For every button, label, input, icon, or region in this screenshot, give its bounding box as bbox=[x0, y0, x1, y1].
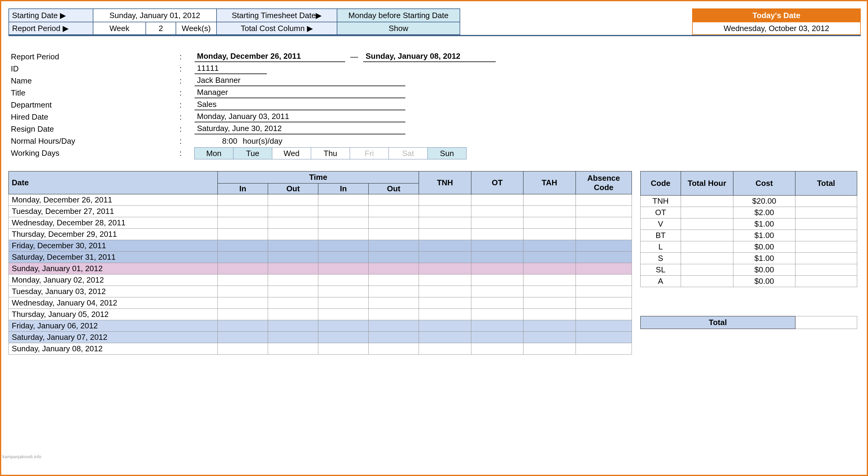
total-cost-value[interactable]: Show bbox=[337, 22, 460, 35]
cell-in1[interactable] bbox=[217, 194, 268, 206]
starting-timesheet-value[interactable]: Monday before Starting Date bbox=[337, 8, 460, 22]
cell-ot[interactable] bbox=[471, 240, 523, 251]
cell-out2[interactable] bbox=[369, 286, 419, 297]
cell-out2[interactable] bbox=[369, 263, 419, 274]
cell-absence[interactable] bbox=[576, 263, 631, 274]
cell-in2[interactable] bbox=[318, 263, 369, 274]
cell-in2[interactable] bbox=[318, 206, 369, 217]
cell-out2[interactable] bbox=[369, 229, 419, 240]
day-wed[interactable]: Wed bbox=[272, 147, 311, 159]
cell-out1[interactable] bbox=[268, 320, 318, 332]
cell-in2[interactable] bbox=[318, 297, 369, 309]
cell-tah[interactable] bbox=[523, 274, 576, 286]
cell-total[interactable] bbox=[795, 207, 857, 218]
cell-tnh[interactable] bbox=[419, 251, 471, 263]
cell-out1[interactable] bbox=[268, 240, 318, 251]
report-period-unit[interactable]: Week bbox=[93, 22, 146, 35]
cell-in1[interactable] bbox=[217, 297, 268, 309]
cell-hour[interactable] bbox=[681, 196, 733, 207]
value-hired[interactable]: Monday, January 03, 2011 bbox=[194, 112, 405, 122]
day-sat[interactable]: Sat bbox=[389, 147, 428, 159]
cell-out1[interactable] bbox=[268, 297, 318, 309]
cell-in2[interactable] bbox=[318, 194, 369, 206]
cell-in1[interactable] bbox=[217, 320, 268, 332]
cell-out2[interactable] bbox=[369, 206, 419, 217]
cell-in2[interactable] bbox=[318, 251, 369, 263]
cell-in1[interactable] bbox=[217, 217, 268, 229]
report-period-count[interactable]: 2 bbox=[146, 22, 176, 35]
cell-out1[interactable] bbox=[268, 251, 318, 263]
cell-out2[interactable] bbox=[369, 309, 419, 320]
cell-tnh[interactable] bbox=[419, 217, 471, 229]
cell-out2[interactable] bbox=[369, 194, 419, 206]
cell-in1[interactable] bbox=[217, 332, 268, 343]
cell-tnh[interactable] bbox=[419, 343, 471, 355]
cell-in1[interactable] bbox=[217, 251, 268, 263]
cell-in1[interactable] bbox=[217, 309, 268, 320]
value-department[interactable]: Sales bbox=[194, 100, 405, 110]
cell-ot[interactable] bbox=[471, 343, 523, 355]
cell-tah[interactable] bbox=[523, 309, 576, 320]
cell-tah[interactable] bbox=[523, 217, 576, 229]
cell-absence[interactable] bbox=[576, 229, 631, 240]
cell-hour[interactable] bbox=[681, 253, 733, 264]
cell-ot[interactable] bbox=[471, 194, 523, 206]
cell-hour[interactable] bbox=[681, 241, 733, 253]
cell-tnh[interactable] bbox=[419, 297, 471, 309]
cell-absence[interactable] bbox=[576, 194, 631, 206]
cell-absence[interactable] bbox=[576, 343, 631, 355]
cell-in1[interactable] bbox=[217, 286, 268, 297]
day-tue[interactable]: Tue bbox=[233, 147, 272, 159]
cell-tnh[interactable] bbox=[419, 263, 471, 274]
value-resign[interactable]: Saturday, June 30, 2012 bbox=[194, 124, 405, 135]
cell-tah[interactable] bbox=[523, 229, 576, 240]
cell-total[interactable] bbox=[795, 218, 857, 230]
cell-tah[interactable] bbox=[523, 320, 576, 332]
cell-in2[interactable] bbox=[318, 286, 369, 297]
cell-absence[interactable] bbox=[576, 206, 631, 217]
cell-ot[interactable] bbox=[471, 274, 523, 286]
value-normal-hours[interactable]: 8:00 bbox=[194, 137, 243, 146]
cell-tah[interactable] bbox=[523, 297, 576, 309]
cell-tah[interactable] bbox=[523, 206, 576, 217]
cell-in2[interactable] bbox=[318, 309, 369, 320]
cell-tnh[interactable] bbox=[419, 320, 471, 332]
cell-out2[interactable] bbox=[369, 320, 419, 332]
cell-total[interactable] bbox=[795, 276, 857, 287]
cell-absence[interactable] bbox=[576, 286, 631, 297]
cell-in1[interactable] bbox=[217, 229, 268, 240]
cell-tnh[interactable] bbox=[419, 309, 471, 320]
cell-absence[interactable] bbox=[576, 309, 631, 320]
cell-ot[interactable] bbox=[471, 217, 523, 229]
cell-tah[interactable] bbox=[523, 332, 576, 343]
cell-total[interactable] bbox=[795, 253, 857, 264]
cell-out2[interactable] bbox=[369, 297, 419, 309]
cell-in2[interactable] bbox=[318, 274, 369, 286]
cell-tnh[interactable] bbox=[419, 274, 471, 286]
cell-ot[interactable] bbox=[471, 297, 523, 309]
cell-out2[interactable] bbox=[369, 217, 419, 229]
cell-total[interactable] bbox=[795, 230, 857, 241]
value-title[interactable]: Manager bbox=[194, 88, 405, 98]
day-fri[interactable]: Fri bbox=[350, 147, 389, 159]
cell-out1[interactable] bbox=[268, 274, 318, 286]
cell-in1[interactable] bbox=[217, 240, 268, 251]
cell-hour[interactable] bbox=[681, 218, 733, 230]
cell-ot[interactable] bbox=[471, 309, 523, 320]
cell-in1[interactable] bbox=[217, 263, 268, 274]
cell-ot[interactable] bbox=[471, 320, 523, 332]
cell-tah[interactable] bbox=[523, 194, 576, 206]
cell-in1[interactable] bbox=[217, 343, 268, 355]
cell-tah[interactable] bbox=[523, 286, 576, 297]
cell-ot[interactable] bbox=[471, 332, 523, 343]
cell-out1[interactable] bbox=[268, 206, 318, 217]
cell-out1[interactable] bbox=[268, 309, 318, 320]
cell-absence[interactable] bbox=[576, 320, 631, 332]
cell-absence[interactable] bbox=[576, 297, 631, 309]
day-thu[interactable]: Thu bbox=[311, 147, 350, 159]
cell-ot[interactable] bbox=[471, 206, 523, 217]
cell-out1[interactable] bbox=[268, 332, 318, 343]
cell-out1[interactable] bbox=[268, 286, 318, 297]
cell-in2[interactable] bbox=[318, 332, 369, 343]
cell-total[interactable] bbox=[795, 264, 857, 276]
